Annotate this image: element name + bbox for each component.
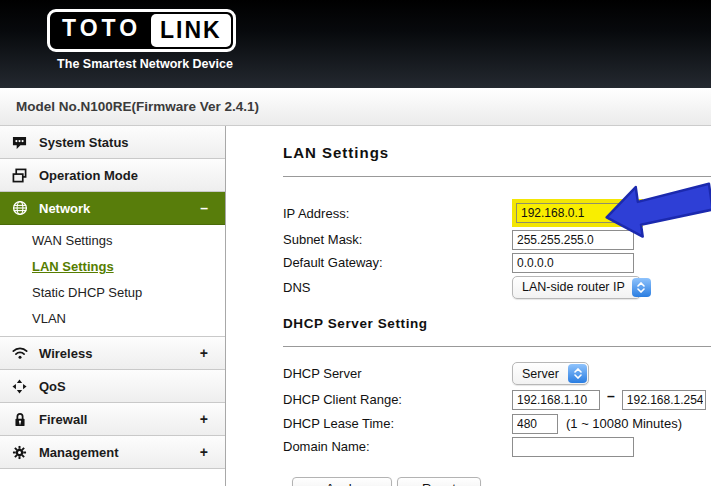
logo-text-link: LINK: [151, 14, 231, 47]
collapse-sign: –: [200, 200, 208, 216]
dhcp-lease-time-row: DHCP Lease Time: (1 ~ 10080 Minutes): [283, 412, 711, 435]
chat-icon: [11, 134, 28, 150]
wifi-icon: [11, 345, 28, 361]
lease-time-hint: (1 ~ 10080 Minutes): [566, 416, 682, 431]
sidebar-item-label: System Status: [39, 135, 129, 150]
reset-button[interactable]: Reset: [397, 477, 481, 486]
range-separator: –: [607, 388, 615, 404]
dhcp-range-start-input[interactable]: [512, 390, 600, 410]
qos-icon: [11, 378, 28, 394]
dhcp-range-end-input[interactable]: [622, 390, 706, 410]
domain-name-label: Domain Name:: [283, 439, 512, 454]
network-submenu: WAN Settings LAN Settings Static DHCP Se…: [0, 225, 225, 337]
dns-label: DNS: [283, 280, 512, 295]
model-bar: Model No.N100RE(Firmware Ver 2.4.1): [0, 88, 711, 126]
logo-box: TOTO LINK: [47, 9, 236, 52]
dhcp-server-row: DHCP Server Server: [283, 360, 711, 387]
totolink-logo: TOTO LINK The Smartest Network Device: [47, 9, 243, 71]
domain-name-input[interactable]: [512, 437, 634, 457]
default-gateway-row: Default Gateway:: [283, 251, 711, 274]
sidebar-item-wireless[interactable]: Wireless +: [0, 337, 225, 370]
domain-name-row: Domain Name:: [283, 435, 711, 458]
select-stepper-icon: [568, 364, 587, 383]
divider: [283, 346, 711, 347]
sidebar-item-network[interactable]: Network –: [0, 192, 225, 225]
sidebar-item-lan-settings[interactable]: LAN Settings: [0, 254, 225, 280]
dhcp-client-range-row: DHCP Client Range: –: [283, 387, 711, 412]
dhcp-client-range-label: DHCP Client Range:: [283, 392, 512, 407]
ip-address-label: IP Address:: [283, 206, 512, 221]
sidebar-item-label: QoS: [39, 379, 66, 394]
sidebar-item-label: Operation Mode: [39, 168, 138, 183]
expand-sign: +: [200, 411, 208, 427]
expand-sign: +: [200, 444, 208, 460]
dns-selected-option: LAN-side router IP: [513, 280, 631, 294]
model-text: Model No.N100RE(Firmware Ver 2.4.1): [16, 99, 259, 114]
sidebar-item-static-dhcp-setup[interactable]: Static DHCP Setup: [0, 280, 225, 306]
dhcp-server-label: DHCP Server: [283, 366, 512, 381]
expand-sign: +: [200, 345, 208, 361]
dhcp-server-selected-option: Server: [513, 367, 565, 381]
sidebar-item-firewall[interactable]: Firewall +: [0, 403, 225, 436]
content: System Status Operation Mode Network – W…: [0, 126, 711, 486]
default-gateway-label: Default Gateway:: [283, 255, 512, 270]
divider: [283, 176, 711, 177]
sidebar-item-vlan[interactable]: VLAN: [0, 306, 225, 332]
sidebar-item-label: Wireless: [39, 346, 92, 361]
dhcp-lease-time-input[interactable]: [512, 414, 558, 434]
button-row: Apply Reset: [283, 477, 711, 486]
lock-icon: [11, 411, 28, 427]
sidebar-item-label: Firewall: [39, 412, 87, 427]
sidebar-item-qos[interactable]: QoS: [0, 370, 225, 403]
windows-icon: [11, 167, 28, 183]
sidebar-item-management[interactable]: Management +: [0, 436, 225, 469]
sidebar-item-operation-mode[interactable]: Operation Mode: [0, 159, 225, 192]
header: TOTO LINK The Smartest Network Device: [0, 0, 711, 88]
dhcp-section-title: DHCP Server Setting: [283, 316, 711, 331]
logo-text-toto: TOTO: [50, 12, 149, 49]
dhcp-server-select[interactable]: Server: [512, 362, 589, 385]
sidebar: System Status Operation Mode Network – W…: [0, 126, 226, 486]
dns-select[interactable]: LAN-side router IP: [512, 276, 641, 299]
subnet-mask-label: Subnet Mask:: [283, 232, 512, 247]
sidebar-item-wan-settings[interactable]: WAN Settings: [0, 228, 225, 254]
sidebar-item-label: Network: [39, 201, 90, 216]
logo-tagline: The Smartest Network Device: [47, 57, 243, 71]
select-stepper-icon: [632, 278, 651, 297]
default-gateway-input[interactable]: [512, 253, 634, 273]
apply-button[interactable]: Apply: [292, 477, 392, 486]
dhcp-settings-form: DHCP Server Server DHCP Client Range: – …: [283, 360, 711, 458]
page-title: LAN Settings: [283, 144, 711, 161]
globe-icon: [11, 200, 28, 216]
sidebar-item-system-status[interactable]: System Status: [0, 126, 225, 159]
sidebar-item-label: Management: [39, 445, 118, 460]
dhcp-lease-time-label: DHCP Lease Time:: [283, 416, 512, 431]
main-panel: LAN Settings IP Address: Subnet Mask: De…: [226, 126, 711, 486]
dns-row: DNS LAN-side router IP: [283, 274, 711, 300]
gear-icon: [11, 444, 28, 460]
